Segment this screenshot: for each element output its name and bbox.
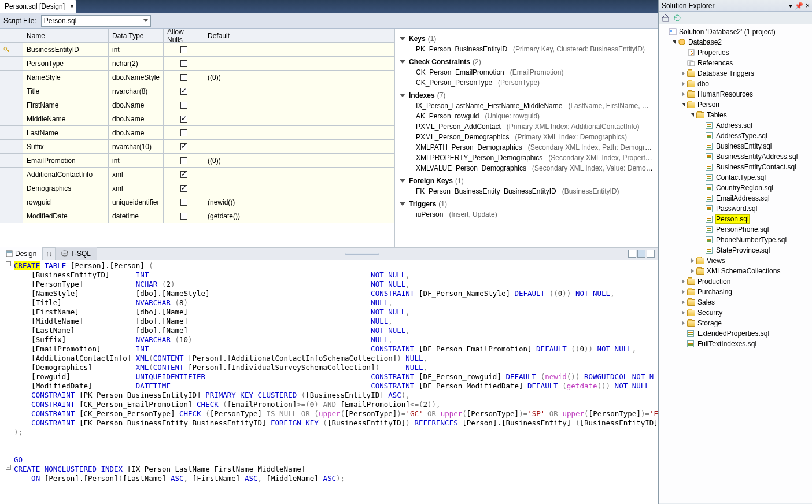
expander-icon[interactable]	[680, 60, 686, 66]
expander-icon[interactable]	[680, 320, 686, 326]
fold-icon[interactable]: −	[6, 465, 11, 470]
prop-item[interactable]: IX_Person_LastName_FirstName_MiddleName(…	[395, 101, 654, 111]
expander-icon[interactable]	[699, 195, 704, 201]
cell-type[interactable]: dbo.NameStyle	[109, 71, 164, 84]
sql-file-node[interactable]: PhoneNumberType.sql	[659, 235, 812, 245]
grid-row[interactable]: Demographicsxml	[0, 181, 394, 195]
cell-name[interactable]: MiddleName	[23, 112, 109, 125]
row-selector[interactable]	[0, 57, 23, 70]
cell-default[interactable]	[204, 126, 394, 139]
prop-group-header[interactable]: Indexes(7)	[395, 90, 654, 101]
checkbox[interactable]	[180, 143, 187, 150]
close-icon[interactable]: ×	[806, 2, 810, 10]
row-selector[interactable]	[0, 181, 23, 195]
grid-header-name[interactable]: Name	[23, 29, 109, 42]
expander-icon[interactable]	[699, 237, 704, 243]
cell-default[interactable]	[204, 168, 394, 181]
fold-icon[interactable]: −	[6, 261, 11, 266]
folder-node[interactable]: HumanResources	[659, 89, 812, 99]
grid-row[interactable]: AdditionalContactInfoxml	[0, 168, 394, 181]
prop-item[interactable]: FK_Person_BusinessEntity_BusinessEntityI…	[395, 186, 654, 197]
expander-icon[interactable]	[662, 29, 667, 35]
cell-name[interactable]: PersonType	[23, 57, 109, 70]
cell-default[interactable]	[204, 140, 394, 153]
cell-name[interactable]: Suffix	[23, 140, 109, 153]
cell-default[interactable]: (getdate())	[204, 209, 394, 223]
checkbox[interactable]	[180, 60, 187, 67]
row-selector[interactable]	[0, 195, 23, 209]
cell-allow-nulls[interactable]	[164, 126, 204, 139]
close-icon[interactable]: ×	[70, 2, 74, 10]
cell-type[interactable]: nvarchar(8)	[109, 84, 164, 98]
prop-item[interactable]: CK_Person_EmailPromotion(EmailPromotion)	[395, 67, 654, 77]
grid-row[interactable]: LastNamedbo.Name	[0, 126, 394, 140]
grid-row[interactable]: Titlenvarchar(8)	[0, 84, 394, 98]
checkbox[interactable]	[180, 199, 187, 206]
row-selector[interactable]	[0, 112, 23, 125]
cell-name[interactable]: rowguid	[23, 195, 109, 209]
prop-item[interactable]: iuPerson(Insert, Update)	[395, 209, 654, 220]
cell-allow-nulls[interactable]	[164, 84, 204, 98]
properties-node[interactable]: Properties	[659, 47, 812, 58]
prop-item[interactable]: PXML_Person_Demographics(Primary XML Ind…	[395, 132, 654, 142]
prop-group-header[interactable]: Keys(1)	[395, 34, 654, 44]
cell-allow-nulls[interactable]	[164, 112, 204, 125]
sql-file-node[interactable]: EmailAddress.sql	[659, 193, 812, 203]
cell-name[interactable]: ModifiedDate	[23, 209, 109, 223]
sql-file-node[interactable]: PersonPhone.sql	[659, 224, 812, 235]
sql-file-node[interactable]: Address.sql	[659, 120, 812, 131]
folder-node[interactable]: Purchasing	[659, 287, 812, 297]
checkbox[interactable]	[180, 171, 187, 178]
checkbox[interactable]	[180, 157, 187, 164]
cell-name[interactable]: Title	[23, 84, 109, 98]
prop-item[interactable]: AK_Person_rowguid(Unique: rowguid)	[395, 111, 654, 121]
sql-file-node[interactable]: BusinessEntityContact.sql	[659, 162, 812, 172]
solution-node[interactable]: Solution 'Database2' (1 project)	[659, 27, 812, 37]
grid-row[interactable]: MiddleNamedbo.Name	[0, 112, 394, 126]
grid-row[interactable]: NameStyledbo.NameStyle((0))	[0, 71, 394, 84]
checkbox[interactable]	[180, 88, 187, 95]
cell-allow-nulls[interactable]	[164, 181, 204, 195]
cell-name[interactable]: BusinessEntityID	[23, 43, 109, 56]
solution-tree[interactable]: Solution 'Database2' (1 project)Database…	[659, 24, 812, 503]
prop-item[interactable]: PXML_Person_AddContact(Primary XML Index…	[395, 121, 654, 132]
row-selector[interactable]	[0, 43, 23, 56]
cell-type[interactable]: dbo.Name	[109, 112, 164, 125]
cell-type[interactable]: xml	[109, 181, 164, 195]
swap-panes-button[interactable]: ↑↓	[43, 247, 56, 260]
expander-icon[interactable]	[680, 310, 686, 316]
row-selector[interactable]	[0, 168, 23, 181]
folder-node[interactable]: Sales	[659, 297, 812, 307]
prop-item[interactable]: XMLVALUE_Person_Demographics(Secondary X…	[395, 163, 654, 173]
expander-icon[interactable]	[699, 227, 704, 232]
row-selector[interactable]	[0, 209, 23, 223]
cell-default[interactable]: ((0))	[204, 71, 394, 84]
grid-row[interactable]: Suffixnvarchar(10)	[0, 140, 394, 154]
expander-icon[interactable]	[699, 133, 704, 139]
prop-group-header[interactable]: Triggers(1)	[395, 199, 654, 209]
expander-icon[interactable]	[699, 216, 704, 222]
expander-icon[interactable]	[680, 299, 686, 305]
sql-file-node[interactable]: BusinessEntity.sql	[659, 141, 812, 151]
sql-file-node[interactable]: BusinessEntityAddress.sql	[659, 151, 812, 162]
cell-default[interactable]	[204, 43, 394, 56]
design-tab[interactable]: Design	[0, 247, 43, 260]
sql-editor[interactable]: −CREATE TABLE [Person].[Person] ( [Busin…	[0, 260, 658, 504]
cell-name[interactable]: EmailPromotion	[23, 154, 109, 167]
cell-default[interactable]	[204, 181, 394, 195]
folder-person[interactable]: Person	[659, 99, 812, 110]
layout-vertical-button[interactable]	[637, 250, 645, 258]
cell-allow-nulls[interactable]	[164, 140, 204, 153]
expander-icon[interactable]	[689, 112, 695, 118]
expander-icon[interactable]	[699, 175, 704, 180]
checkbox[interactable]	[180, 213, 187, 220]
sql-file-node[interactable]: AddressType.sql	[659, 131, 812, 141]
expander-icon[interactable]	[671, 39, 677, 45]
layout-single-button[interactable]	[647, 250, 655, 258]
layout-horizontal-button[interactable]	[628, 250, 636, 258]
project-node[interactable]: Database2	[659, 37, 812, 47]
expander-icon[interactable]	[680, 331, 686, 336]
cell-name[interactable]: NameStyle	[23, 71, 109, 84]
cell-type[interactable]: xml	[109, 168, 164, 181]
expander-icon[interactable]	[699, 143, 704, 149]
